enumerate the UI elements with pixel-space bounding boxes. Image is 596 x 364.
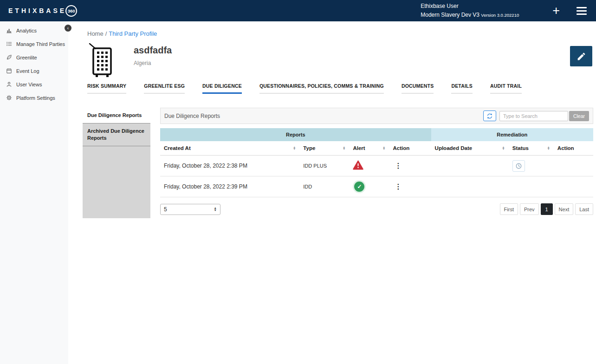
alert-cell [349, 156, 389, 176]
uploaded-date-cell [431, 156, 509, 176]
col-remediation-action: Action [554, 141, 593, 156]
subnav-item-archived-reports[interactable]: Archived Due Diligence Reports [83, 124, 150, 146]
uploaded-date-cell [431, 176, 509, 197]
topbar-right: Ethixbase User Modern Slavery Dev V3 Ver… [421, 2, 588, 20]
app-version: Version 3.0.202210 [481, 13, 519, 18]
row-actions-kebab-icon[interactable]: ⋮ [393, 182, 404, 191]
app-title: Modern Slavery Dev V3 [421, 12, 479, 18]
building-icon [86, 43, 118, 78]
sort-icon: ▲▼ [382, 146, 385, 150]
sidebar-collapse-button[interactable]: ‹ [65, 25, 71, 32]
type-cell: IDD PLUS [299, 156, 349, 176]
sidebar-item-manage-third-parties[interactable]: Manage Third Parties [0, 37, 68, 51]
table-row: Friday, October 28, 2022 2:38 PM IDD PLU… [160, 156, 593, 176]
pagination: First Prev 1 Next Last [500, 203, 593, 215]
remediation-action-cell [554, 156, 593, 176]
remediation-group-header: Remediation [431, 128, 593, 141]
pagination-prev-button[interactable]: Prev [520, 203, 539, 215]
tab-due-diligence[interactable]: DUE DILIGENCE [202, 83, 242, 94]
due-diligence-subnav: Due Diligence Reports Archived Due Dilig… [83, 108, 150, 218]
created-at-cell: Friday, October 28, 2022 2:39 PM [160, 176, 299, 197]
sort-icon: ▲▼ [547, 146, 550, 150]
tab-risk-summary[interactable]: RISK SUMMARY [87, 83, 126, 94]
menu-icon[interactable] [576, 5, 588, 17]
add-icon[interactable]: + [552, 5, 560, 17]
sidebar-item-event-log[interactable]: Event Log [0, 64, 68, 78]
pagination-first-button[interactable]: First [500, 203, 518, 215]
clear-search-button[interactable]: Clear [569, 111, 589, 121]
select-arrows-icon: ▲▼ [214, 207, 217, 211]
sort-icon: ▲▼ [293, 146, 296, 150]
status-cell [509, 156, 554, 176]
tab-greenlite-esg[interactable]: GREENLITE ESG [144, 83, 185, 94]
group-header-row: Reports Remediation [160, 128, 593, 141]
refresh-icon [486, 113, 493, 119]
col-type[interactable]: Type ▲▼ [299, 141, 349, 156]
high-risk-alert-icon [353, 160, 363, 170]
alert-cell: ✓ [349, 176, 389, 197]
ethixbase-logo: ETHIXBASE 360 [8, 5, 77, 17]
table-row: Friday, October 28, 2022 2:39 PM IDD ✓ ⋮ [160, 176, 593, 197]
tab-audit-trail[interactable]: AUDIT TRAIL [490, 83, 522, 94]
user-name: Ethixbase User [421, 2, 519, 11]
col-created-at[interactable]: Created At ▲▼ [160, 141, 299, 156]
pagination-next-button[interactable]: Next [555, 203, 574, 215]
topbar: ETHIXBASE 360 Ethixbase User Modern Slav… [0, 0, 596, 21]
breadcrumb-separator: / [105, 30, 107, 37]
clear-check-icon: ✓ [354, 182, 364, 192]
breadcrumb-home-link[interactable]: Home [87, 30, 104, 37]
action-cell: ⋮ [389, 176, 431, 197]
page-size-select[interactable]: 5 ▲▼ [160, 204, 220, 215]
app-root: ETHIXBASE 360 Ethixbase User Modern Slav… [0, 0, 596, 364]
panel-title: Due Diligence Reports [164, 113, 220, 119]
edit-profile-button[interactable] [570, 46, 592, 66]
breadcrumb: Home/Third Party Profile [87, 30, 596, 37]
subnav-item-due-diligence-reports[interactable]: Due Diligence Reports [83, 108, 150, 124]
pagination-page-1-button[interactable]: 1 [541, 203, 553, 215]
bar-chart-icon [6, 27, 12, 33]
created-at-cell: Friday, October 28, 2022 2:38 PM [160, 156, 299, 176]
remediation-action-cell [554, 176, 593, 197]
breadcrumb-current-link[interactable]: Third Party Profile [109, 30, 157, 37]
chevron-left-icon: ‹ [67, 26, 69, 31]
page-size-value: 5 [164, 206, 167, 213]
list-icon [6, 41, 12, 47]
pencil-icon [577, 52, 586, 61]
col-uploaded-date[interactable]: Uploaded Date ▲▼ [431, 141, 509, 156]
sort-icon: ▲▼ [502, 146, 505, 150]
clock-history-icon [515, 162, 522, 169]
profile-text: asdfadfa Algeria [134, 43, 172, 78]
user-icon [6, 81, 12, 87]
sidebar: Analytics Manage Third Parties Greenlite… [0, 21, 68, 364]
pagination-last-button[interactable]: Last [575, 203, 593, 215]
tab-questionnaires[interactable]: QUESTIONNAIRES, POLICIES, COMMS & TRAINI… [259, 83, 384, 94]
profile-country: Algeria [134, 60, 172, 66]
tab-details[interactable]: DETAILS [451, 83, 473, 94]
sidebar-item-user-views[interactable]: User Views [0, 78, 68, 91]
col-alert[interactable]: Alert ▲▼ [349, 141, 389, 156]
status-cell [509, 176, 554, 197]
due-diligence-table: Reports Remediation Created At ▲▼ Type ▲… [160, 128, 593, 197]
refresh-button[interactable] [483, 110, 496, 121]
search-input[interactable] [499, 111, 568, 121]
logo-360-badge: 360 [65, 5, 77, 17]
reports-group-header: Reports [160, 128, 431, 141]
table-footer: 5 ▲▼ First Prev 1 Next Last [160, 203, 593, 215]
logo-text: ETHIXBASE [8, 7, 66, 14]
row-actions-kebab-icon[interactable]: ⋮ [393, 162, 404, 170]
gear-icon [6, 95, 12, 101]
app-title-line: Modern Slavery Dev V3 Version 3.0.202210 [421, 11, 519, 20]
profile-tabs: RISK SUMMARY GREENLITE ESG DUE DILIGENCE… [87, 83, 596, 94]
col-status[interactable]: Status ▲▼ [509, 141, 554, 156]
tab-documents[interactable]: DOCUMENTS [402, 83, 434, 94]
sidebar-item-platform-settings[interactable]: Platform Settings [0, 91, 68, 104]
leaf-icon [6, 54, 12, 60]
user-info: Ethixbase User Modern Slavery Dev V3 Ver… [421, 2, 519, 20]
sidebar-item-analytics[interactable]: Analytics [0, 24, 68, 37]
page-title: asdfadfa [134, 45, 172, 56]
sidebar-item-greenlite[interactable]: Greenlite [0, 51, 68, 64]
remediation-status-button[interactable] [512, 160, 525, 172]
due-diligence-section: Due Diligence Reports Archived Due Dilig… [83, 108, 593, 218]
calendar-icon [6, 68, 12, 74]
type-cell: IDD [299, 176, 349, 197]
